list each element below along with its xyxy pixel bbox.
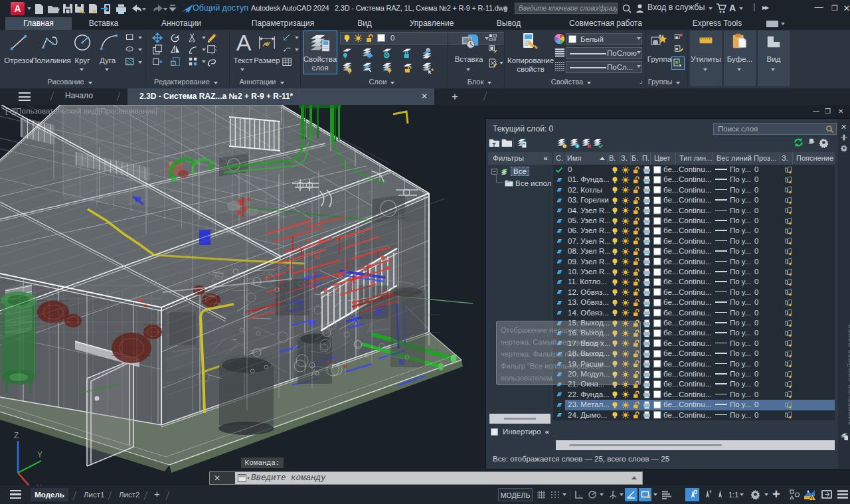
svg-text:Y: Y xyxy=(37,450,42,460)
svg-text:Z: Z xyxy=(14,431,19,440)
